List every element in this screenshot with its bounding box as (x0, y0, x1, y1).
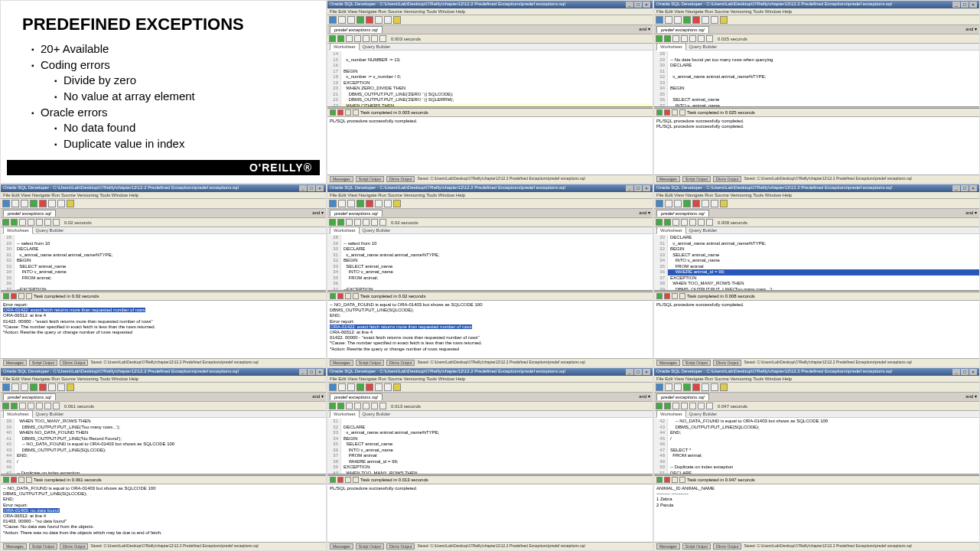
window-controls[interactable]: _□× (952, 185, 977, 191)
connection-dropdown[interactable]: and ▾ (639, 210, 650, 217)
code-editor[interactable]: 3132DECLARE33 v_animal_name animal.anima… (327, 418, 653, 474)
output-toolbar[interactable]: Task completed in 0.013 seconds (327, 476, 653, 484)
script-output[interactable]: PL/SQL procedure successfully completed. (654, 301, 979, 358)
main-toolbar[interactable] (654, 15, 979, 25)
window-titlebar[interactable]: Oracle SQL Developer : C:\Users\Lab\Desk… (1, 184, 326, 192)
main-toolbar[interactable] (327, 199, 653, 209)
dbms-output-tab[interactable]: Dbms Output (386, 176, 415, 182)
window-controls[interactable]: _□× (952, 2, 977, 8)
code-editor[interactable]: 1415 v_number NUMBER := 13;1617BEGIN18 v… (327, 51, 653, 106)
output-toolbar[interactable]: Task completed in 0.02 seconds (327, 292, 653, 301)
worksheet-toolbar[interactable]: 0.061 seconds (1, 402, 326, 411)
dbms-output-tab[interactable]: Dbms Output (60, 360, 88, 366)
dbms-output-tab[interactable]: Dbms Output (60, 543, 88, 549)
code-editor[interactable]: 42 -- NO_DATA_FOUND is equal to ORA-0140… (654, 418, 979, 474)
code-editor[interactable]: 38 WHEN TOO_MANY_ROWS THEN39 DBMS_OUTPUT… (1, 418, 326, 474)
code-editor[interactable]: 2829-- select from 1030DECLARE31 v_anima… (1, 234, 326, 290)
messages-tab[interactable]: Messages (330, 543, 353, 549)
messages-tab[interactable]: Messages (330, 360, 353, 366)
window-titlebar[interactable]: Oracle SQL Developer : C:\Users\Lab\Desk… (654, 184, 979, 192)
file-tabs[interactable]: predef exceptions.sqland ▾ (327, 393, 653, 402)
script-output[interactable]: -- NO_DATA_FOUND is equal to ORA-01403 b… (1, 484, 326, 542)
output-toolbar[interactable]: Task completed in 0.025 seconds (654, 109, 979, 117)
menu-bar[interactable]: File Edit View Navigate Run Source Versi… (327, 192, 653, 199)
worksheet-toolbar[interactable]: 0.003 seconds (327, 34, 653, 44)
window-controls[interactable]: _□× (952, 369, 977, 375)
dbms-output-tab[interactable]: Dbms Output (713, 543, 741, 549)
file-tabs[interactable]: predef exceptions.sqland ▾ (327, 209, 653, 218)
worksheet-toolbar[interactable]: 0.025 seconds (654, 34, 979, 44)
script-output[interactable]: PL/SQL procedure successfully completed. (327, 484, 653, 542)
messages-tab[interactable]: Messages (656, 360, 680, 366)
script-output-tab[interactable]: Script Output (682, 360, 711, 366)
worksheet-tabs[interactable]: WorksheetQuery Builder (1, 227, 326, 234)
menu-bar[interactable]: File Edit View Navigate Run Source Versi… (654, 8, 979, 15)
menu-bar[interactable]: File Edit View Navigate Run Source Versi… (327, 8, 653, 15)
script-output-tab[interactable]: Script Output (356, 543, 384, 549)
file-tabs[interactable]: predef exceptions.sqland ▾ (1, 393, 326, 402)
script-output[interactable]: PL/SQL procedure successfully completed.… (654, 117, 979, 174)
code-editor[interactable]: 2829-- No data found yet too many rows w… (654, 51, 979, 106)
connection-dropdown[interactable]: and ▾ (965, 210, 977, 217)
main-toolbar[interactable] (1, 199, 326, 209)
worksheet-toolbar[interactable]: 0.02 seconds (327, 218, 653, 227)
window-titlebar[interactable]: Oracle SQL Developer : C:\Users\Lab\Desk… (1, 368, 326, 376)
script-output[interactable]: Error report:ORA-01422: exact fetch retu… (1, 301, 326, 358)
connection-dropdown[interactable]: and ▾ (312, 210, 324, 217)
connection-dropdown[interactable]: and ▾ (965, 26, 977, 33)
script-output-tab[interactable]: Script Output (29, 543, 57, 549)
file-tabs[interactable]: predef exceptions.sqland ▾ (327, 25, 653, 34)
menu-bar[interactable]: File Edit View Navigate Run Source Versi… (1, 376, 326, 383)
window-titlebar[interactable]: Oracle SQL Developer : C:\Users\Lab\Desk… (327, 184, 653, 192)
window-titlebar[interactable]: Oracle SQL Developer : C:\Users\Lab\Desk… (654, 368, 979, 376)
messages-tab[interactable]: Messages (656, 543, 680, 549)
file-tabs[interactable]: predef exceptions.sqland ▾ (654, 25, 979, 34)
script-output-tab[interactable]: Script Output (682, 176, 711, 182)
output-toolbar[interactable]: Task completed in 0.02 seconds (1, 292, 326, 301)
messages-tab[interactable]: Messages (3, 543, 27, 549)
main-toolbar[interactable] (654, 199, 979, 209)
worksheet-tabs[interactable]: WorksheetQuery Builder (1, 411, 326, 418)
output-toolbar[interactable]: Task completed in 0.061 seconds (1, 476, 326, 484)
worksheet-tabs[interactable]: WorksheetQuery Builder (654, 227, 979, 234)
worksheet-toolbar[interactable]: 0.047 seconds (654, 402, 979, 411)
window-controls[interactable]: _□× (625, 2, 650, 8)
messages-tab[interactable]: Messages (3, 360, 27, 366)
menu-bar[interactable]: File Edit View Navigate Run Source Versi… (327, 376, 653, 383)
window-controls[interactable]: _□× (625, 369, 650, 375)
main-toolbar[interactable] (654, 383, 979, 393)
window-titlebar[interactable]: Oracle SQL Developer : C:\Users\Lab\Desk… (327, 1, 653, 8)
menu-bar[interactable]: File Edit View Navigate Run Source Versi… (654, 376, 979, 383)
main-toolbar[interactable] (327, 383, 653, 393)
script-output[interactable]: PL/SQL procedure successfully completed. (327, 117, 653, 174)
code-editor[interactable]: 2829-- select from 1030DECLARE31 v_anima… (327, 234, 653, 290)
file-tabs[interactable]: predef exceptions.sqland ▾ (654, 209, 979, 218)
script-output-tab[interactable]: Script Output (29, 360, 57, 366)
output-toolbar[interactable]: Task completed in 0.003 seconds (327, 109, 653, 117)
window-controls[interactable]: _□× (625, 185, 650, 191)
window-titlebar[interactable]: Oracle SQL Developer : C:\Users\Lab\Desk… (327, 368, 653, 376)
window-controls[interactable]: _□× (298, 185, 324, 191)
script-output-tab[interactable]: Script Output (356, 360, 384, 366)
worksheet-toolbar[interactable]: 0.008 seconds (654, 218, 979, 227)
code-editor[interactable]: 30DECLARE31 v_animal_name animal.animal_… (654, 234, 979, 290)
menu-bar[interactable]: File Edit View Navigate Run Source Versi… (1, 192, 326, 199)
file-tabs[interactable]: predef exceptions.sqland ▾ (1, 209, 326, 218)
menu-bar[interactable]: File Edit View Navigate Run Source Versi… (654, 192, 979, 199)
window-controls[interactable]: _□× (298, 369, 324, 375)
messages-tab[interactable]: Messages (656, 176, 680, 182)
script-output[interactable]: ANIMAL_ID ANIMAL_NAME--------- ---------… (654, 484, 979, 542)
connection-dropdown[interactable]: and ▾ (639, 26, 650, 33)
main-toolbar[interactable] (1, 383, 326, 393)
file-tabs[interactable]: predef exceptions.sqland ▾ (654, 393, 979, 402)
dbms-output-tab[interactable]: Dbms Output (713, 360, 741, 366)
main-toolbar[interactable] (327, 15, 653, 25)
worksheet-toolbar[interactable]: 0.02 seconds (1, 218, 326, 227)
worksheet-toolbar[interactable]: 0.013 seconds (327, 402, 653, 411)
messages-tab[interactable]: Messages (330, 176, 353, 182)
dbms-output-tab[interactable]: Dbms Output (386, 360, 415, 366)
dbms-output-tab[interactable]: Dbms Output (386, 543, 415, 549)
output-toolbar[interactable]: Task completed in 0.047 seconds (654, 476, 979, 484)
worksheet-tabs[interactable]: WorksheetQuery Builder (654, 411, 979, 418)
dbms-output-tab[interactable]: Dbms Output (713, 176, 741, 182)
